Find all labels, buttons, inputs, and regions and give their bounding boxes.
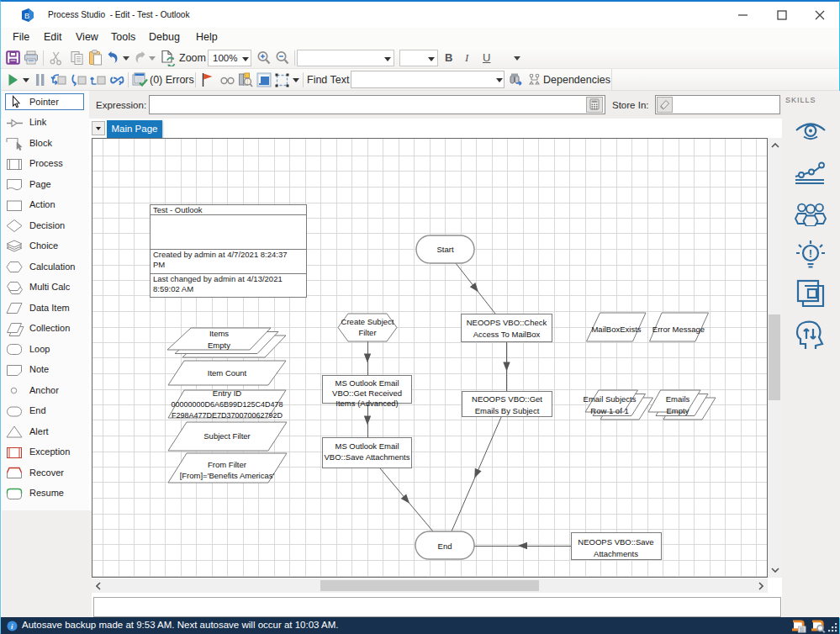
- svg-text:F298A477DE7D370070062792D: F298A477DE7D370070062792D: [172, 411, 283, 420]
- svg-text:MS Outlook Email: MS Outlook Email: [335, 441, 399, 451]
- svg-text:Create Subject: Create Subject: [341, 317, 394, 326]
- svg-text:Emails: Emails: [666, 394, 690, 404]
- svg-text:B: B: [24, 12, 29, 20]
- svg-text:Last changed by admin at 4/13/: Last changed by admin at 4/13/2021: [153, 274, 283, 283]
- svg-text:NEOOPS VBO::Save: NEOOPS VBO::Save: [578, 537, 653, 547]
- svg-text:NEOOPS VBO::Check: NEOOPS VBO::Check: [467, 318, 547, 327]
- svg-text:Access To MailBox: Access To MailBox: [473, 330, 541, 339]
- svg-text:MS Outlook Email: MS Outlook Email: [335, 378, 399, 388]
- svg-text:Created by admin at 4/7/2021 8: Created by admin at 4/7/2021 8:24:37: [153, 250, 288, 259]
- svg-text:[From]='Benefits Americas': [From]='Benefits Americas': [180, 471, 275, 480]
- svg-text:End: End: [438, 542, 452, 551]
- svg-text:8:59:02 AM: 8:59:02 AM: [153, 284, 193, 293]
- svg-text:Items: Items: [209, 329, 229, 338]
- svg-text:Error Message: Error Message: [652, 325, 705, 334]
- svg-text:VBO::Get Received: VBO::Get Received: [332, 388, 402, 398]
- svg-text:Start: Start: [436, 245, 453, 254]
- svg-text:NEOOPS VBO::Get: NEOOPS VBO::Get: [472, 394, 542, 404]
- svg-text:Email Subjects: Email Subjects: [584, 394, 637, 404]
- svg-text:Entry ID: Entry ID: [213, 388, 241, 398]
- svg-text:Empty: Empty: [208, 341, 230, 350]
- svg-text:Test - Outlook: Test - Outlook: [153, 205, 203, 214]
- svg-text:Empty: Empty: [667, 406, 689, 415]
- svg-text:Item Count: Item Count: [208, 368, 247, 378]
- svg-text:VBO::Save Attachments: VBO::Save Attachments: [325, 452, 410, 462]
- svg-text:Emails By Subject: Emails By Subject: [475, 406, 540, 415]
- svg-text:Items (Advanced): Items (Advanced): [335, 399, 398, 408]
- svg-text:00000000D6A6B99D125C4D478: 00000000D6A6B99D125C4D478: [171, 400, 283, 409]
- svg-text:Filter: Filter: [358, 328, 376, 337]
- svg-text:!: !: [809, 247, 812, 260]
- svg-text:From Filter: From Filter: [208, 460, 246, 469]
- svg-text:MailBoxExists: MailBoxExists: [591, 325, 641, 334]
- svg-text:Subject Filter: Subject Filter: [203, 431, 250, 441]
- svg-text:Row 1 of 1: Row 1 of 1: [590, 406, 628, 415]
- svg-text:Attachments: Attachments: [594, 549, 638, 558]
- svg-text:PM: PM: [153, 260, 165, 269]
